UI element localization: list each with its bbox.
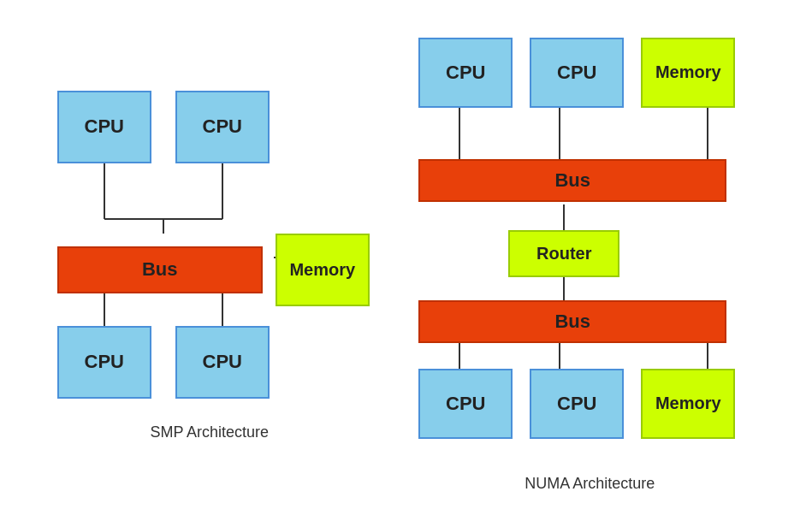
numa-memory-bottom: Memory bbox=[641, 369, 735, 439]
numa-router: Router bbox=[508, 230, 619, 277]
smp-label: SMP Architecture bbox=[150, 423, 269, 441]
numa-bus-bottom-label: Bus bbox=[554, 311, 590, 333]
numa-cpu-top-left: CPU bbox=[418, 38, 513, 108]
numa-bus-top-label: Bus bbox=[554, 169, 590, 192]
smp-diagram-wrapper: CPU CPU Bus Memory CPU bbox=[43, 86, 376, 403]
smp-cpu-bottom-left-label: CPU bbox=[85, 351, 124, 373]
smp-top-cpu-row: CPU CPU bbox=[57, 91, 270, 163]
smp-section: CPU CPU Bus Memory CPU bbox=[43, 86, 376, 441]
numa-diagram-wrapper: CPU CPU Memory Bus Router bbox=[410, 35, 769, 454]
numa-bus-bottom-wrapper: Bus bbox=[418, 300, 726, 343]
numa-cpu-bottom-left: CPU bbox=[418, 369, 513, 439]
smp-cpu-bottom-left: CPU bbox=[57, 326, 151, 399]
smp-cpu-bottom-right-label: CPU bbox=[203, 351, 242, 373]
smp-cpu-top-left-label: CPU bbox=[85, 115, 124, 138]
smp-memory-label: Memory bbox=[289, 260, 355, 280]
main-container: CPU CPU Bus Memory CPU bbox=[0, 0, 812, 527]
smp-cpu-top-right: CPU bbox=[175, 91, 270, 163]
numa-memory-top: Memory bbox=[641, 38, 735, 108]
smp-bus-label: Bus bbox=[142, 258, 178, 281]
numa-cpu-bottom-right-label: CPU bbox=[557, 393, 596, 415]
smp-cpu-top-left: CPU bbox=[57, 91, 151, 163]
smp-bottom-cpu-row: CPU CPU bbox=[57, 326, 270, 399]
numa-memory-top-label: Memory bbox=[655, 62, 721, 82]
numa-cpu-top-right-label: CPU bbox=[557, 62, 596, 84]
smp-memory: Memory bbox=[276, 234, 370, 306]
numa-router-wrapper: Router bbox=[508, 230, 619, 277]
numa-memory-bottom-label: Memory bbox=[655, 394, 721, 413]
numa-bus-top-wrapper: Bus bbox=[418, 159, 726, 202]
numa-cpu-bottom-left-label: CPU bbox=[446, 393, 485, 415]
smp-cpu-top-right-label: CPU bbox=[203, 115, 242, 138]
numa-label: NUMA Architecture bbox=[525, 475, 655, 493]
smp-cpu-bottom-right: CPU bbox=[175, 326, 270, 399]
numa-router-label: Router bbox=[536, 244, 591, 264]
numa-cpu-top-right: CPU bbox=[530, 38, 624, 108]
numa-bottom-row: CPU CPU Memory bbox=[418, 369, 735, 439]
numa-cpu-top-left-label: CPU bbox=[446, 62, 485, 84]
smp-bus: Bus bbox=[57, 246, 263, 293]
numa-bus-bottom: Bus bbox=[418, 300, 726, 343]
smp-middle-row: Bus Memory bbox=[57, 234, 370, 306]
numa-cpu-bottom-right: CPU bbox=[530, 369, 624, 439]
numa-top-row: CPU CPU Memory bbox=[418, 38, 735, 108]
numa-bus-top: Bus bbox=[418, 159, 726, 202]
numa-section: CPU CPU Memory Bus Router bbox=[410, 35, 769, 493]
